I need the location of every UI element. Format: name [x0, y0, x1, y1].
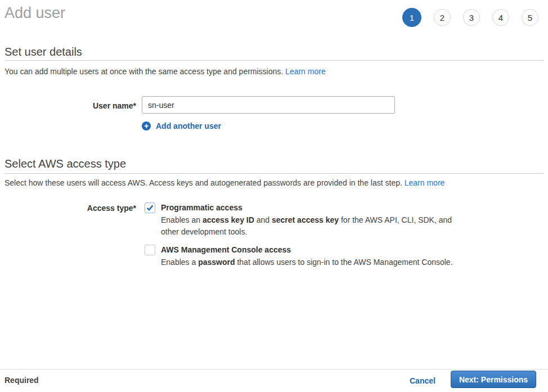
programmatic-access-checkbox[interactable] — [145, 202, 155, 213]
learn-more-link[interactable]: Learn more — [285, 67, 326, 76]
plus-circle-icon: + — [142, 121, 151, 130]
access-type-options: Programmatic access Enables an access ke… — [145, 202, 493, 274]
divider — [0, 369, 548, 370]
access-type-option: Programmatic access Enables an access ke… — [145, 202, 493, 238]
step-circle-3: 3 — [463, 9, 480, 26]
wizard-steps: 12345 — [402, 8, 538, 27]
description-text: You can add multiple users at once with … — [5, 67, 283, 76]
step-circle-5: 5 — [522, 9, 538, 26]
divider — [5, 60, 543, 61]
user-name-label: User name* — [5, 101, 136, 110]
cancel-button[interactable]: Cancel — [410, 376, 435, 385]
step-circle-1: 1 — [402, 8, 421, 27]
learn-more-link[interactable]: Learn more — [405, 178, 445, 187]
console-access-description: Enables a password that allows users to … — [161, 256, 455, 268]
user-name-input[interactable] — [142, 96, 395, 114]
access-type-label: Access type* — [5, 204, 136, 213]
add-another-user-button[interactable]: + Add another user — [142, 121, 221, 130]
next-permissions-button[interactable]: Next: Permissions — [451, 371, 536, 388]
programmatic-access-description: Enables an access key ID and secret acce… — [161, 214, 455, 238]
add-another-user-label: Add another user — [156, 121, 221, 130]
section-heading-access-type: Select AWS access type — [5, 157, 126, 170]
check-icon — [146, 204, 154, 211]
access-type-option: AWS Management Console access Enables a … — [145, 244, 493, 268]
section-description-access-type: Select how these users will access AWS. … — [5, 178, 444, 187]
step-circle-2: 2 — [434, 9, 451, 26]
programmatic-access-title[interactable]: Programmatic access — [161, 202, 493, 213]
section-heading-user-details: Set user details — [5, 46, 82, 58]
step-circle-4: 4 — [492, 9, 509, 26]
required-note: Required — [5, 376, 39, 385]
section-description-user-details: You can add multiple users at once with … — [5, 67, 326, 76]
console-access-checkbox[interactable] — [145, 245, 155, 255]
console-access-title[interactable]: AWS Management Console access — [161, 244, 493, 255]
description-text: Select how these users will access AWS. … — [5, 178, 402, 187]
page-title: Add user — [5, 4, 65, 22]
divider — [5, 173, 543, 174]
